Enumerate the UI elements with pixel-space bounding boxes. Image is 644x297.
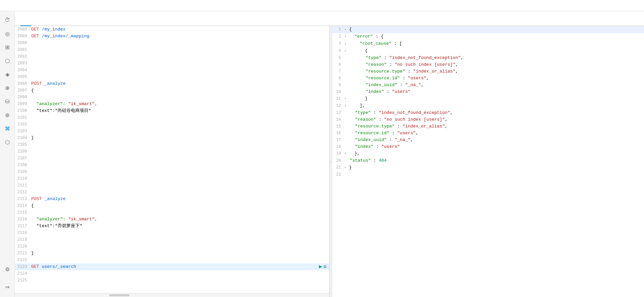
editor-line-2089[interactable]: 2089GET /my_index/_mapping: [15, 33, 329, 40]
editor-line-2090[interactable]: 2090: [15, 40, 329, 46]
method-keyword: GET: [31, 264, 39, 269]
tab-console[interactable]: [20, 20, 31, 26]
method-keyword: GET: [31, 27, 39, 32]
pane-resizer[interactable]: ⋮: [329, 26, 332, 297]
editor-line-2092[interactable]: 2092: [15, 53, 329, 60]
output-line-8: 8 "resource.id" : "users",: [332, 75, 644, 82]
editor-line-2113[interactable]: 2113POST _analyze: [15, 196, 329, 202]
editor-line-2116[interactable]: 2116 "analyzer": "ik_smart",: [15, 216, 329, 223]
editor-line-2125[interactable]: 2125: [15, 277, 329, 284]
docs-button[interactable]: ⚙: [324, 263, 326, 270]
editor-line-2106[interactable]: 2106: [15, 148, 329, 155]
collapse-arrow[interactable]: ▾: [344, 35, 348, 39]
line-content[interactable]: {: [31, 202, 329, 209]
editor-line-2100[interactable]: 2100 "text":"尚硅谷电商项目": [15, 107, 329, 114]
horizontal-scrollbar[interactable]: [15, 293, 329, 297]
output-line-number: 20: [332, 157, 344, 164]
editor-line-2108[interactable]: 2108: [15, 162, 329, 169]
collapse-arrow[interactable]: ▾: [344, 97, 348, 101]
editor-line-2094[interactable]: 2094: [15, 67, 329, 74]
line-content[interactable]: {: [31, 87, 329, 94]
output-text: "resource.id" : "users",: [344, 76, 429, 81]
line-number: 2101: [15, 114, 31, 121]
editor-line-2099[interactable]: 2099 "analyzer": "ik_smart",: [15, 101, 329, 107]
sidebar-icon-canvas[interactable]: ◈: [1, 68, 14, 80]
editor-line-2103[interactable]: 2103: [15, 128, 329, 135]
line-content[interactable]: GET /my_index/_mapping: [31, 33, 329, 40]
collapse-arrow[interactable]: ▾: [344, 49, 348, 53]
editor-line-2098[interactable]: 2098: [15, 94, 329, 101]
sidebar-icon-ml[interactable]: ⛁: [1, 95, 14, 107]
sidebar-icon-monitoring[interactable]: ⬡: [1, 136, 14, 148]
output-line-content: [344, 171, 644, 178]
editor-line-2096[interactable]: 2096POST _analyze: [15, 80, 329, 87]
output-line-content: ▾ },: [344, 150, 644, 157]
line-content[interactable]: }: [31, 250, 329, 257]
line-content[interactable]: GET /my_index: [31, 26, 329, 33]
collapse-arrow[interactable]: ▾: [344, 166, 348, 170]
editor-line-2120[interactable]: 2120: [15, 243, 329, 250]
editor-line-2112[interactable]: 2112: [15, 189, 329, 196]
editor-line-2121[interactable]: 2121}: [15, 250, 329, 257]
editor-line-2122[interactable]: 2122: [15, 257, 329, 263]
tab-grok-debugger[interactable]: [42, 20, 53, 26]
line-content[interactable]: POST _analyze: [31, 196, 329, 202]
output-line-content: "index_uuid" : "_na_",: [344, 137, 644, 143]
output-line-number: 22: [332, 171, 344, 178]
editor-line-2104[interactable]: 2104}: [15, 135, 329, 141]
line-content[interactable]: "text":"尚硅谷电商项目": [31, 107, 329, 114]
line-content[interactable]: "analyzer": "ik_smart",: [31, 101, 329, 107]
line-content[interactable]: "analyzer": "ik_smart",: [31, 216, 329, 223]
collapse-arrow[interactable]: ▾: [344, 28, 348, 32]
sidebar-icon-discover[interactable]: ◎: [1, 27, 14, 40]
sidebar-icon-dashboard[interactable]: ⊞: [1, 41, 14, 53]
editor-line-2088[interactable]: 2088GET /my_index: [15, 26, 329, 33]
editor-line-2124[interactable]: 2124: [15, 270, 329, 277]
sidebar-icon-maps[interactable]: ⊕: [1, 82, 14, 94]
sidebar-icon-clock[interactable]: ⏱: [1, 14, 14, 26]
editor-line-2114[interactable]: 2114{: [15, 202, 329, 209]
editor-line-2118[interactable]: 2118: [15, 230, 329, 236]
output-line-18: 18 "index" : "users": [332, 143, 644, 150]
line-content[interactable]: }: [31, 135, 329, 141]
output-pane[interactable]: 1▾ {2▾ "error" : {3▾ "root_cause" : [4▾ …: [332, 26, 644, 297]
output-line-19: 19▾ },: [332, 150, 644, 157]
sidebar-icon-devtools[interactable]: ⌘: [1, 122, 14, 135]
editor-line-2091[interactable]: 2091: [15, 46, 329, 53]
sidebar-icon-settings[interactable]: ⚙: [1, 263, 14, 275]
output-line-number: 10: [332, 88, 344, 95]
output-line-number: 7: [332, 68, 344, 75]
editor-line-2119[interactable]: 2119: [15, 236, 329, 243]
sidebar-icon-arrow[interactable]: ⇒: [1, 281, 14, 293]
scroll-thumb: [109, 294, 129, 296]
editor-line-2111[interactable]: 2111: [15, 182, 329, 189]
editor-line-2123[interactable]: 2123GET users/_search▶⚙: [15, 263, 329, 270]
editor-line-2115[interactable]: 2115: [15, 209, 329, 216]
editor-line-2110[interactable]: 2110: [15, 175, 329, 182]
editor-line-2109[interactable]: 2109: [15, 169, 329, 175]
editor-line-2095[interactable]: 2095: [15, 74, 329, 80]
editor-line-2101[interactable]: 2101: [15, 114, 329, 121]
editor-line-2093[interactable]: 2093: [15, 60, 329, 67]
tab-search-profiler[interactable]: [31, 20, 42, 26]
editor-line-2105[interactable]: 2105: [15, 141, 329, 148]
line-number: 2113: [15, 196, 31, 202]
run-button[interactable]: ▶: [319, 263, 322, 270]
collapse-arrow[interactable]: ▾: [344, 104, 348, 108]
sidebar-icon-visualize[interactable]: ⬡: [1, 55, 14, 67]
output-line-number: 14: [332, 116, 344, 123]
editor-line-2097[interactable]: 2097{: [15, 87, 329, 94]
collapse-arrow[interactable]: ▾: [344, 152, 348, 156]
editor-line-2107[interactable]: 2107: [15, 155, 329, 162]
collapse-arrow[interactable]: ▾: [344, 42, 348, 46]
code-editor[interactable]: 2088GET /my_index2089GET /my_index/_mapp…: [15, 26, 329, 293]
editor-line-2102[interactable]: 2102: [15, 121, 329, 128]
output-text: "index" : "users": [344, 144, 400, 149]
output-line-22: 22: [332, 171, 644, 178]
sidebar-icon-security[interactable]: ⊛: [1, 109, 14, 121]
editor-line-2117[interactable]: 2117 "text":"乔碧萝座下": [15, 223, 329, 230]
line-content[interactable]: GET users/_search: [31, 263, 319, 270]
line-content[interactable]: POST _analyze: [31, 80, 329, 87]
output-line-6: 6 "reason" : "no such index [users]",: [332, 61, 644, 68]
line-content[interactable]: "text":"乔碧萝座下": [31, 223, 329, 230]
